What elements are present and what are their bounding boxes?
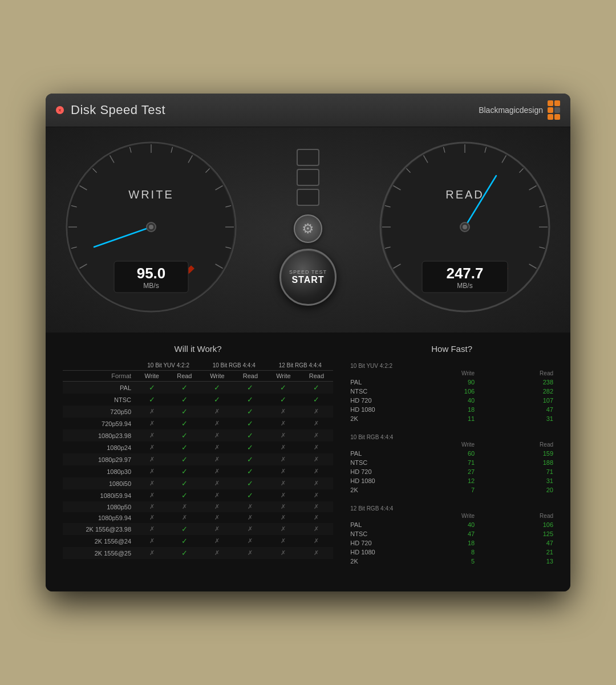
table-row: PAL✓✓✓✓✓✓ (63, 382, 333, 394)
format-cell: PAL (63, 382, 136, 394)
check-cell: ✗ (267, 523, 299, 535)
fast-row-read: 71 (533, 468, 553, 475)
fast-row-label: HD 1080 (350, 477, 396, 484)
work-table-body: PAL✓✓✓✓✓✓NTSC✓✓✓✓✓✓720p50✗✓✗✓✗✗720p59.94… (63, 382, 333, 560)
storage-icon-1 (297, 149, 319, 166)
fast-group: 10 Bit YUV 4:2:2 Write Read PAL 90 238 N… (350, 360, 553, 423)
check-cell: ✗ (136, 523, 168, 535)
check-cell: ✓ (234, 394, 268, 406)
format-cell: 720p59.94 (63, 418, 136, 429)
check-cell: ✓ (168, 394, 201, 406)
fast-data-row: HD 720 27 71 (350, 467, 553, 476)
check-cell: ✗ (300, 453, 334, 465)
svg-point-23 (149, 225, 153, 229)
check-cell: ✗ (267, 441, 299, 453)
check-cell: ✓ (168, 523, 201, 535)
check-cell: ✓ (168, 418, 201, 429)
check-cell: ✗ (136, 477, 168, 489)
fast-row-read: 107 (533, 397, 553, 404)
check-cell: ✓ (234, 489, 268, 501)
check-cell: ✓ (300, 394, 334, 406)
fast-row-label: HD 720 (350, 540, 396, 546)
check-cell: ✓ (267, 382, 299, 394)
check-cell: ✗ (267, 489, 299, 501)
table-row: 2K 1556@24✗✓✗✗✗✗ (63, 535, 333, 547)
rgb444-read-header: Read (234, 371, 268, 382)
table-row: 1080i50✗✓✗✓✗✗ (63, 477, 333, 489)
close-button[interactable]: × (56, 106, 64, 114)
brand-dot-2 (554, 100, 560, 106)
write-gauge-svg: WRITE 95.0 MB/s (63, 139, 240, 315)
check-cell: ✗ (136, 547, 168, 559)
fast-row-read: 31 (533, 415, 553, 422)
check-cell: ✗ (201, 477, 233, 489)
table-row: 1080p30✗✓✗✓✗✗ (63, 465, 333, 477)
check-cell: ✗ (300, 465, 334, 477)
fast-row-label: HD 1080 (350, 406, 396, 413)
fast-data-row: PAL 90 238 (350, 378, 553, 387)
format-cell: NTSC (63, 394, 136, 406)
check-cell: ✗ (300, 547, 334, 559)
check-cell: ✓ (234, 418, 268, 429)
gear-button[interactable]: ⚙ (294, 214, 322, 243)
fast-data-row: PAL 60 159 (350, 449, 553, 458)
fast-data-row: HD 720 18 47 (350, 538, 553, 548)
fast-row-label: 2K (350, 558, 396, 565)
check-cell: ✓ (201, 394, 233, 406)
fast-row-label: PAL (350, 521, 396, 528)
yuv-write-header: Write (136, 371, 168, 382)
fast-data-row: 2K 11 31 (350, 414, 553, 423)
table-row: 1080p24✗✓✗✓✗✗ (63, 441, 333, 453)
col-group-3: 12 Bit RGB 4:4:4 (267, 360, 333, 371)
check-cell: ✗ (300, 512, 334, 523)
fast-row-label: HD 720 (350, 468, 396, 475)
check-cell: ✓ (234, 429, 268, 441)
check-cell: ✗ (136, 501, 168, 512)
check-cell: ✗ (300, 489, 334, 501)
read-gauge: READ 247.7 MB/s (376, 139, 553, 315)
table-row: 2K 1556@23.98✗✓✗✗✗✗ (63, 523, 333, 535)
fast-row-write: 12 (455, 477, 475, 484)
check-cell: ✗ (267, 501, 299, 512)
fast-row-read: 20 (533, 487, 553, 493)
fast-row-read: 21 (533, 549, 553, 556)
check-cell: ✗ (300, 418, 334, 429)
fast-row-read: 282 (533, 388, 553, 395)
check-cell: ✓ (267, 394, 299, 406)
will-it-work-section: Will it Work? 10 Bit YUV 4:2:2 10 Bit RG… (63, 344, 333, 574)
format-cell: 2K 1556@24 (63, 535, 136, 547)
will-it-work-title: Will it Work? (63, 344, 333, 354)
check-cell: ✓ (234, 441, 268, 453)
fast-row-label: NTSC (350, 459, 396, 466)
read-gauge-svg: READ 247.7 MB/s (376, 139, 553, 315)
check-cell: ✗ (267, 418, 299, 429)
svg-text:WRITE: WRITE (128, 188, 173, 201)
fast-data-row: 2K 5 13 (350, 557, 553, 566)
check-cell: ✓ (234, 477, 268, 489)
check-cell: ✓ (234, 465, 268, 477)
svg-text:247.7: 247.7 (446, 265, 483, 282)
brand-icon (548, 100, 560, 120)
brand-dot-5 (548, 114, 553, 120)
fast-data-row: NTSC 47 125 (350, 529, 553, 538)
svg-text:MB/s: MB/s (457, 282, 472, 290)
fast-row-write: 27 (455, 468, 475, 475)
fast-row-read: 31 (533, 477, 553, 484)
fast-header-write: Write (455, 370, 475, 376)
fast-row-read: 188 (533, 459, 553, 466)
fast-group-title: 10 Bit RGB 4:4:4 (350, 432, 553, 441)
fast-header-row: Write Read (350, 513, 553, 519)
fast-row-read: 159 (533, 450, 553, 457)
check-cell: ✗ (136, 512, 168, 523)
check-cell: ✓ (234, 406, 268, 418)
table-row: 1080p29.97✗✓✗✓✗✗ (63, 453, 333, 465)
format-header (63, 360, 136, 371)
storage-icons (297, 149, 319, 206)
start-button[interactable]: SPEED TEST START (279, 249, 337, 306)
check-cell: ✗ (136, 489, 168, 501)
check-cell: ✗ (136, 465, 168, 477)
check-cell: ✓ (234, 382, 268, 394)
check-cell: ✗ (300, 477, 334, 489)
fast-group-label: 10 Bit YUV 4:2:2 (350, 363, 392, 369)
format-cell: 1080i59.94 (63, 489, 136, 501)
